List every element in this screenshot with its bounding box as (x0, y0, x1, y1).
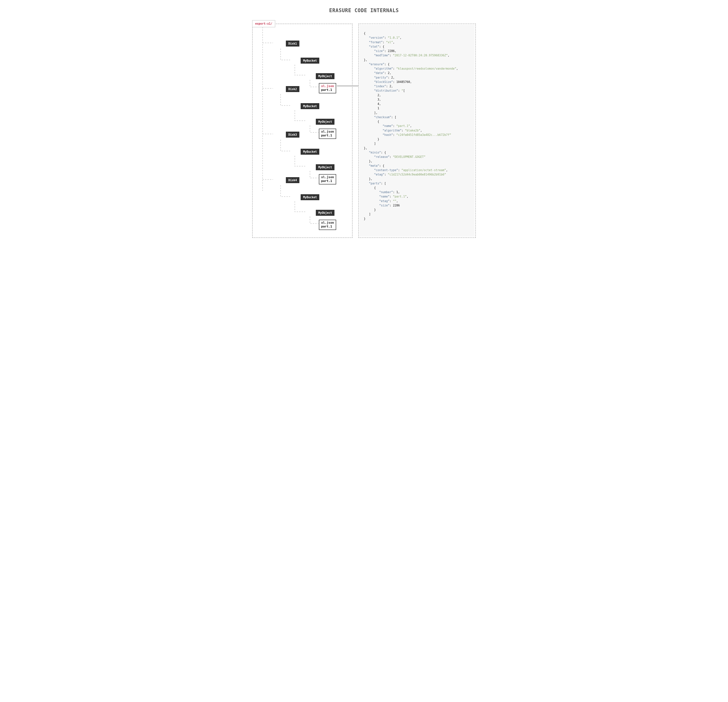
part-label: part.1 (321, 133, 334, 138)
disk-label: Disk4 (286, 177, 299, 183)
disk-label: Disk2 (286, 86, 299, 92)
bucket-label: MyBucket (301, 58, 319, 64)
xl-json-label: xl.json (321, 221, 334, 224)
xl-json-label: xl.json (321, 175, 334, 179)
bucket-label: MyBucket (301, 103, 319, 109)
disk-label: Disk3 (286, 132, 299, 138)
filebox: xl.json part.1 (319, 129, 336, 139)
filebox: xl.json part.1 (319, 220, 336, 230)
filebox: xl.json part.1 (319, 174, 336, 184)
xl-json-label: xl.json (321, 84, 334, 88)
json-source: { “version”: “1.0.1”, “format”: “xl”, “s… (360, 25, 475, 237)
object-label: MyObject (316, 73, 334, 79)
page-title: ERASURE CODE INTERNALS (252, 7, 476, 13)
object-label: MyObject (316, 210, 334, 216)
root-folder-label: export-x1/ (252, 20, 275, 28)
object-label: MyObject (316, 164, 334, 170)
part-label: part.1 (321, 179, 334, 183)
xl-json-label: xl.json (321, 130, 334, 133)
part-label: part.1 (321, 224, 334, 229)
object-label: MyObject (316, 119, 334, 124)
diagram-stage: export-x1/ (252, 20, 476, 238)
disk-label: Disk1 (286, 41, 299, 46)
part-label: part.1 (321, 88, 334, 92)
json-panel: { “version”: “1.0.1”, “format”: “xl”, “s… (358, 23, 476, 238)
bucket-label: MyBucket (301, 149, 319, 155)
tree-panel (252, 23, 352, 238)
filebox: xl.json part.1 (319, 83, 336, 93)
bucket-label: MyBucket (301, 194, 319, 200)
